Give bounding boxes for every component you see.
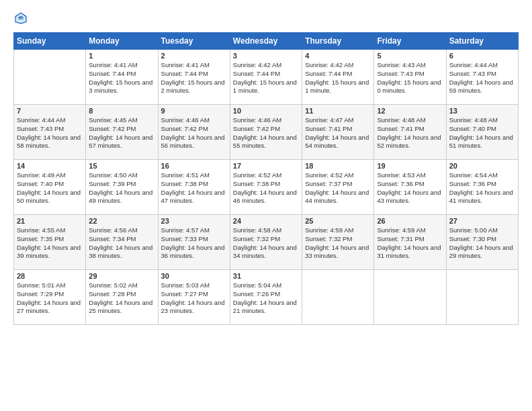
weekday-header-tuesday: Tuesday: [158, 33, 230, 50]
calendar-cell: 9Sunrise: 4:46 AMSunset: 7:42 PMDaylight…: [158, 105, 230, 160]
calendar-cell: 23Sunrise: 4:57 AMSunset: 7:33 PMDayligh…: [158, 215, 230, 270]
day-info: Sunrise: 4:51 AMSunset: 7:38 PMDaylight:…: [161, 171, 227, 205]
day-number: 26: [377, 217, 443, 225]
day-info: Sunrise: 4:52 AMSunset: 7:37 PMDaylight:…: [305, 171, 371, 205]
calendar-cell: [374, 270, 446, 325]
calendar-cell: 6Sunrise: 4:44 AMSunset: 7:43 PMDaylight…: [446, 50, 518, 105]
calendar-cell: 17Sunrise: 4:52 AMSunset: 7:38 PMDayligh…: [230, 160, 302, 215]
day-number: 1: [89, 52, 154, 60]
day-number: 21: [17, 217, 83, 225]
week-row-1: 1Sunrise: 4:41 AMSunset: 7:44 PMDaylight…: [14, 50, 519, 105]
day-info: Sunrise: 4:59 AMSunset: 7:32 PMDaylight:…: [305, 226, 371, 261]
calendar-cell: 10Sunrise: 4:46 AMSunset: 7:42 PMDayligh…: [230, 105, 302, 160]
calendar-cell: 27Sunrise: 5:00 AMSunset: 7:30 PMDayligh…: [446, 215, 518, 270]
day-number: 25: [305, 217, 371, 225]
calendar-cell: 16Sunrise: 4:51 AMSunset: 7:38 PMDayligh…: [158, 160, 230, 215]
day-info: Sunrise: 4:42 AMSunset: 7:44 PMDaylight:…: [233, 61, 299, 95]
calendar-cell: 1Sunrise: 4:41 AMSunset: 7:44 PMDaylight…: [86, 50, 158, 105]
day-number: 12: [377, 107, 443, 115]
weekday-header-friday: Friday: [374, 33, 446, 50]
calendar-cell: 2Sunrise: 4:41 AMSunset: 7:44 PMDaylight…: [158, 50, 230, 105]
day-number: 4: [305, 52, 371, 60]
calendar-cell: 3Sunrise: 4:42 AMSunset: 7:44 PMDaylight…: [230, 50, 302, 105]
weekday-header-wednesday: Wednesday: [230, 33, 302, 50]
calendar-cell: 26Sunrise: 4:59 AMSunset: 7:31 PMDayligh…: [374, 215, 446, 270]
day-number: 27: [449, 217, 515, 225]
logo: [13, 11, 31, 26]
day-number: 6: [449, 52, 515, 60]
day-number: 19: [377, 162, 443, 170]
week-row-5: 28Sunrise: 5:01 AMSunset: 7:29 PMDayligh…: [14, 270, 519, 325]
day-info: Sunrise: 5:02 AMSunset: 7:28 PMDaylight:…: [89, 281, 154, 316]
calendar-cell: 20Sunrise: 4:54 AMSunset: 7:36 PMDayligh…: [446, 160, 518, 215]
day-number: 11: [305, 107, 371, 115]
day-number: 18: [305, 162, 371, 170]
day-info: Sunrise: 4:43 AMSunset: 7:43 PMDaylight:…: [377, 61, 443, 95]
day-info: Sunrise: 4:49 AMSunset: 7:40 PMDaylight:…: [17, 171, 83, 205]
calendar-cell: 7Sunrise: 4:44 AMSunset: 7:43 PMDaylight…: [14, 105, 86, 160]
day-info: Sunrise: 4:56 AMSunset: 7:34 PMDaylight:…: [89, 226, 154, 261]
day-number: 7: [17, 107, 83, 115]
day-info: Sunrise: 4:46 AMSunset: 7:42 PMDaylight:…: [233, 116, 299, 150]
day-number: 3: [233, 52, 299, 60]
calendar-cell: 22Sunrise: 4:56 AMSunset: 7:34 PMDayligh…: [86, 215, 158, 270]
calendar-cell: 13Sunrise: 4:48 AMSunset: 7:40 PMDayligh…: [446, 105, 518, 160]
day-number: 15: [89, 162, 154, 170]
logo-icon: [13, 11, 28, 26]
calendar-cell: 18Sunrise: 4:52 AMSunset: 7:37 PMDayligh…: [302, 160, 374, 215]
day-number: 9: [161, 107, 227, 115]
day-info: Sunrise: 4:41 AMSunset: 7:44 PMDaylight:…: [89, 61, 154, 95]
day-number: 28: [17, 272, 83, 280]
day-info: Sunrise: 4:54 AMSunset: 7:36 PMDaylight:…: [449, 171, 515, 205]
day-info: Sunrise: 4:55 AMSunset: 7:35 PMDaylight:…: [17, 226, 83, 261]
day-number: 8: [89, 107, 154, 115]
day-number: 10: [233, 107, 299, 115]
calendar-cell: 29Sunrise: 5:02 AMSunset: 7:28 PMDayligh…: [86, 270, 158, 325]
week-row-4: 21Sunrise: 4:55 AMSunset: 7:35 PMDayligh…: [14, 215, 519, 270]
calendar-cell: 30Sunrise: 5:03 AMSunset: 7:27 PMDayligh…: [158, 270, 230, 325]
calendar-cell: 31Sunrise: 5:04 AMSunset: 7:26 PMDayligh…: [230, 270, 302, 325]
week-row-3: 14Sunrise: 4:49 AMSunset: 7:40 PMDayligh…: [14, 160, 519, 215]
day-info: Sunrise: 4:46 AMSunset: 7:42 PMDaylight:…: [161, 116, 227, 150]
day-info: Sunrise: 5:00 AMSunset: 7:30 PMDaylight:…: [449, 226, 515, 261]
day-number: 16: [161, 162, 227, 170]
calendar-cell: [14, 50, 86, 105]
day-info: Sunrise: 4:58 AMSunset: 7:32 PMDaylight:…: [233, 226, 299, 261]
weekday-header-monday: Monday: [86, 33, 158, 50]
calendar-cell: 25Sunrise: 4:59 AMSunset: 7:32 PMDayligh…: [302, 215, 374, 270]
page: SundayMondayTuesdayWednesdayThursdayFrid…: [0, 0, 532, 411]
day-info: Sunrise: 4:57 AMSunset: 7:33 PMDaylight:…: [161, 226, 227, 261]
week-row-2: 7Sunrise: 4:44 AMSunset: 7:43 PMDaylight…: [14, 105, 519, 160]
day-info: Sunrise: 4:47 AMSunset: 7:41 PMDaylight:…: [305, 116, 371, 150]
day-info: Sunrise: 5:04 AMSunset: 7:26 PMDaylight:…: [233, 281, 299, 316]
calendar-cell: 24Sunrise: 4:58 AMSunset: 7:32 PMDayligh…: [230, 215, 302, 270]
calendar-cell: 15Sunrise: 4:50 AMSunset: 7:39 PMDayligh…: [86, 160, 158, 215]
day-info: Sunrise: 4:44 AMSunset: 7:43 PMDaylight:…: [17, 116, 83, 150]
calendar-cell: 19Sunrise: 4:53 AMSunset: 7:36 PMDayligh…: [374, 160, 446, 215]
day-number: 31: [233, 272, 299, 280]
day-info: Sunrise: 4:50 AMSunset: 7:39 PMDaylight:…: [89, 171, 154, 205]
calendar-table: SundayMondayTuesdayWednesdayThursdayFrid…: [13, 32, 519, 325]
day-number: 20: [449, 162, 515, 170]
day-number: 17: [233, 162, 299, 170]
day-number: 24: [233, 217, 299, 225]
day-number: 14: [17, 162, 83, 170]
day-number: 23: [161, 217, 227, 225]
calendar-cell: 4Sunrise: 4:42 AMSunset: 7:44 PMDaylight…: [302, 50, 374, 105]
day-number: 22: [89, 217, 154, 225]
day-number: 29: [89, 272, 154, 280]
day-info: Sunrise: 4:48 AMSunset: 7:40 PMDaylight:…: [449, 116, 515, 150]
day-number: 5: [377, 52, 443, 60]
calendar-cell: 8Sunrise: 4:45 AMSunset: 7:42 PMDaylight…: [86, 105, 158, 160]
weekday-header-saturday: Saturday: [446, 33, 518, 50]
calendar-cell: [446, 270, 518, 325]
calendar-cell: 11Sunrise: 4:47 AMSunset: 7:41 PMDayligh…: [302, 105, 374, 160]
day-number: 13: [449, 107, 515, 115]
weekday-header-sunday: Sunday: [14, 33, 86, 50]
day-info: Sunrise: 4:41 AMSunset: 7:44 PMDaylight:…: [161, 61, 227, 95]
day-info: Sunrise: 5:01 AMSunset: 7:29 PMDaylight:…: [17, 281, 83, 316]
day-info: Sunrise: 4:53 AMSunset: 7:36 PMDaylight:…: [377, 171, 443, 205]
day-info: Sunrise: 4:48 AMSunset: 7:41 PMDaylight:…: [377, 116, 443, 150]
calendar-cell: [302, 270, 374, 325]
day-number: 2: [161, 52, 227, 60]
